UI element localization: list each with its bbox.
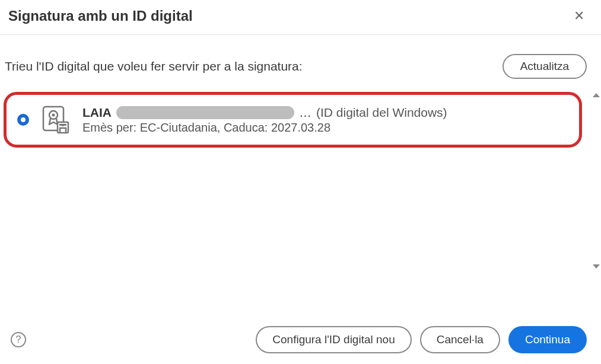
continue-button[interactable]: Continua [508, 326, 587, 353]
redacted-segment [116, 106, 294, 119]
id-type-suffix: (ID digital del Windows) [316, 106, 447, 120]
scroll-down-icon[interactable] [593, 264, 600, 269]
scrollbar[interactable] [591, 92, 601, 270]
radio-selected-icon[interactable] [17, 114, 29, 126]
ellipsis: … [299, 106, 311, 120]
configure-new-id-button[interactable]: Configura l'ID digital nou [256, 326, 411, 353]
help-icon[interactable]: ? [11, 332, 26, 347]
close-icon[interactable]: ✕ [569, 6, 589, 26]
id-issuer-line: Emès per: EC-Ciutadania, Caduca: 2027.03… [82, 121, 447, 135]
refresh-button[interactable]: Actualitza [503, 54, 587, 79]
prompt-text: Trieu l'ID digital que voleu fer servir … [5, 59, 303, 74]
certificate-icon [40, 104, 71, 135]
dialog-footer: ? Configura l'ID digital nou Cancel·la C… [0, 326, 601, 353]
scroll-up-icon[interactable] [593, 93, 600, 97]
id-text-block: LAIA … (ID digital del Windows) Emès per… [82, 106, 447, 135]
id-name: LAIA [82, 106, 112, 120]
svg-point-2 [52, 114, 55, 117]
cancel-button[interactable]: Cancel·la [420, 326, 500, 353]
digital-id-item[interactable]: LAIA … (ID digital del Windows) Emès per… [4, 92, 582, 148]
dialog-header: Signatura amb un ID digital ✕ [0, 0, 601, 35]
dialog-title: Signatura amb un ID digital [8, 8, 193, 24]
id-primary-line: LAIA … (ID digital del Windows) [82, 106, 447, 120]
svg-point-5 [62, 125, 63, 126]
id-list: LAIA … (ID digital del Windows) Emès per… [0, 92, 601, 148]
subheader: Trieu l'ID digital que voleu fer servir … [0, 35, 601, 92]
